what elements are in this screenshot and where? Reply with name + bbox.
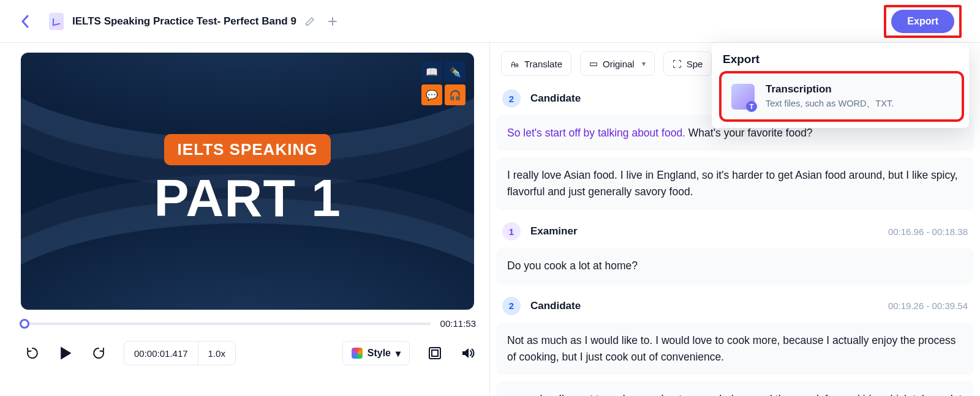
export-button-highlight: Export	[884, 5, 962, 38]
translate-label: Translate	[524, 59, 562, 69]
utterance-text: Not as much as I would like to. I would …	[507, 334, 956, 363]
current-time-input[interactable]: 00:00:01.417	[124, 341, 198, 365]
style-dropdown[interactable]: Style ▾	[342, 341, 410, 365]
speaker-button[interactable]: ⛶ Spe	[663, 51, 712, 76]
timestamp: 00:16.96 - 00:18.38	[888, 226, 968, 237]
utterance[interactable]: I really love Asian food. I live in Engl…	[496, 157, 974, 210]
chat-icon: 💬	[421, 84, 442, 105]
export-button[interactable]: Export	[891, 10, 954, 33]
fullscreen-button[interactable]	[427, 345, 443, 361]
utterance[interactable]: every day. I've got to make sure I get m…	[496, 381, 974, 396]
back-button[interactable]	[18, 15, 32, 28]
play-button[interactable]	[58, 345, 74, 361]
video-corner-icons: 📖 ✒️ 💬 🎧	[421, 61, 466, 105]
total-duration: 00:11:53	[440, 318, 476, 329]
utterance-text: I really love Asian food. I live in Engl…	[507, 169, 958, 198]
speaker-badge: 2	[502, 297, 521, 315]
seek-thumb[interactable]	[20, 319, 29, 329]
fullscreen-icon	[428, 346, 442, 360]
plus-icon	[328, 17, 337, 26]
svg-rect-1	[432, 350, 438, 356]
export-option-title: Transcription	[766, 83, 894, 95]
speaker-row[interactable]: 2Candidate00:19.26 - 00:39.54	[496, 290, 974, 323]
document-icon	[49, 13, 64, 30]
translate-icon: 🗛	[510, 59, 519, 69]
rewind-button[interactable]	[24, 345, 40, 361]
add-tab-button[interactable]	[326, 15, 339, 28]
export-option-subtitle: Text files, such as WORD、TXT.	[766, 98, 894, 110]
export-option-transcription[interactable]: Transcription Text files, such as WORD、T…	[723, 75, 960, 118]
utterance-text: every day. I've got to make sure I get m…	[507, 393, 962, 396]
playback-rate-select[interactable]: 1.0x	[198, 341, 236, 365]
document-small-icon: ▭	[589, 58, 598, 69]
forward-icon	[91, 346, 106, 361]
svg-rect-0	[429, 348, 440, 359]
utterance-highlight: So let's start off by talking about food…	[507, 127, 685, 139]
speaker-badge: 1	[502, 222, 521, 241]
speaker-name: Candidate	[530, 92, 581, 105]
video-column: 📖 ✒️ 💬 🎧 IELTS SPEAKING PART 1 00:11:53	[0, 43, 490, 396]
export-popover-title: Export	[723, 53, 960, 66]
play-icon	[58, 344, 74, 362]
edit-title-button[interactable]	[305, 17, 315, 26]
style-swatch-icon	[352, 348, 363, 359]
speaker-name: Examiner	[530, 225, 578, 237]
rewind-icon	[25, 346, 40, 361]
headphones-icon: 🎧	[445, 84, 466, 105]
timestamp: 00:19.26 - 00:39.54	[888, 301, 968, 311]
utterance-text: What's your favorite food?	[685, 127, 813, 139]
speaker-name: Candidate	[530, 300, 581, 312]
pen-icon: ✒️	[445, 61, 466, 82]
transcript-list[interactable]: 2CandidateSo let's start off by talking …	[490, 82, 980, 396]
utterance[interactable]: Do you cook a lot at home?	[496, 248, 974, 284]
book-icon: 📖	[421, 61, 442, 82]
original-dropdown[interactable]: ▭ Original ▾	[580, 51, 655, 76]
translate-button[interactable]: 🗛 Translate	[501, 51, 571, 76]
transcript-column: 🗛 Translate ▭ Original ▾ ⛶ Spe Export Tr…	[490, 43, 980, 396]
speaker-detect-icon: ⛶	[673, 59, 682, 69]
speaker-row[interactable]: 1Examiner00:16.96 - 00:18.38	[496, 215, 974, 248]
chevron-left-icon	[21, 15, 29, 28]
video-part: PART 1	[154, 168, 341, 228]
style-label: Style	[368, 348, 391, 359]
video-preview[interactable]: 📖 ✒️ 💬 🎧 IELTS SPEAKING PART 1	[21, 53, 474, 310]
video-badge: IELTS SPEAKING	[164, 134, 331, 165]
speaker-label: Spe	[687, 59, 703, 69]
utterance[interactable]: Not as much as I would like to. I would …	[496, 323, 974, 375]
volume-button[interactable]	[460, 345, 476, 361]
speaker-badge: 2	[502, 89, 521, 108]
chevron-down-icon: ▾	[642, 59, 646, 68]
pencil-icon	[305, 17, 315, 26]
export-popover: Export Transcription Text files, such as…	[712, 43, 969, 128]
seek-slider[interactable]	[24, 323, 431, 325]
chevron-down-icon: ▾	[396, 348, 401, 359]
main-area: 📖 ✒️ 💬 🎧 IELTS SPEAKING PART 1 00:11:53	[0, 43, 980, 396]
original-label: Original	[603, 59, 635, 69]
forward-button[interactable]	[91, 345, 107, 361]
player-controls: 00:11:53 00:00:01.417 1.0x	[21, 310, 480, 365]
header-bar: IELTS Speaking Practice Test- Perfect Ba…	[0, 0, 980, 43]
volume-icon	[461, 346, 475, 361]
document-title: IELTS Speaking Practice Test- Perfect Ba…	[72, 15, 296, 28]
export-option-highlight: Transcription Text files, such as WORD、T…	[723, 75, 960, 118]
utterance-text: Do you cook a lot at home?	[507, 260, 638, 272]
transcription-file-icon	[731, 84, 755, 110]
